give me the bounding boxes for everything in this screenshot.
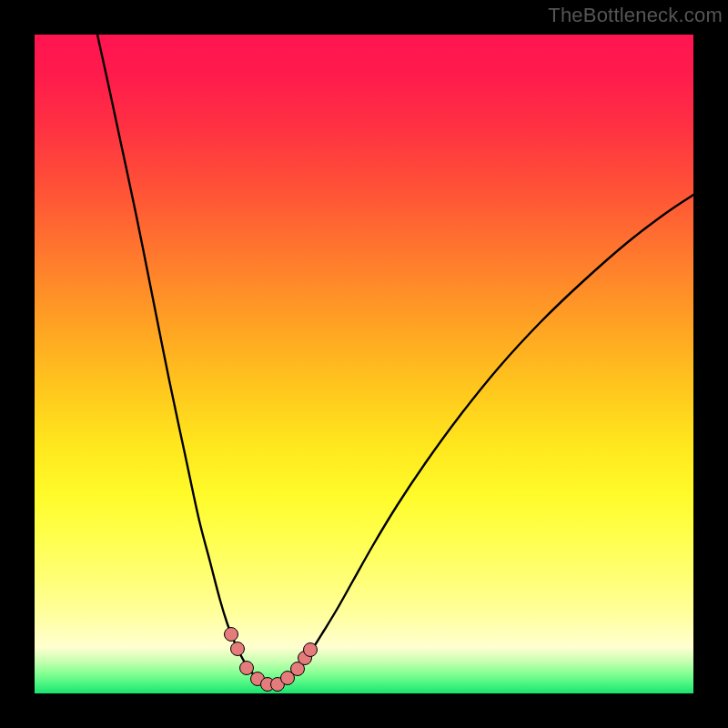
bottleneck-curve bbox=[97, 35, 693, 685]
plot-area bbox=[35, 35, 693, 693]
chart-frame: TheBottleneck.com bbox=[0, 0, 728, 728]
curve-marker bbox=[231, 642, 245, 656]
curve-marker bbox=[225, 628, 238, 642]
curve-marker bbox=[240, 662, 254, 675]
curve-marker bbox=[304, 643, 318, 657]
curve-svg bbox=[35, 35, 693, 693]
curve-markers bbox=[225, 628, 318, 692]
watermark-text: TheBottleneck.com bbox=[548, 4, 723, 27]
